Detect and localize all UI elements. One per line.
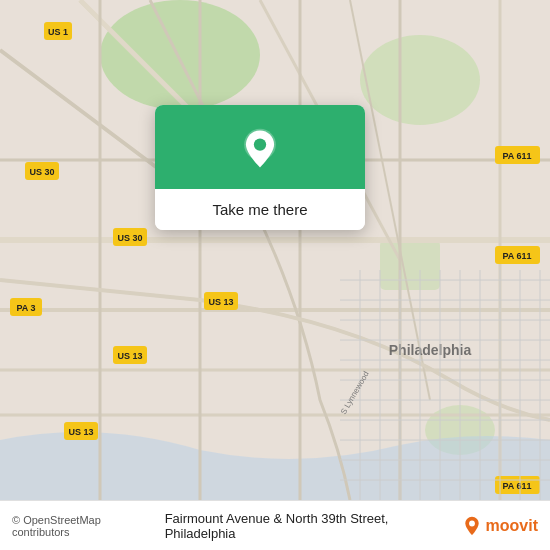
svg-text:US 30: US 30 — [29, 167, 54, 177]
svg-text:US 30: US 30 — [117, 233, 142, 243]
svg-point-2 — [360, 35, 480, 125]
popup-green-header — [155, 105, 365, 189]
svg-point-67 — [469, 520, 475, 526]
svg-text:US 1: US 1 — [48, 27, 68, 37]
moovit-brand-name: moovit — [486, 517, 538, 535]
svg-text:PA 611: PA 611 — [502, 251, 531, 261]
map-container[interactable]: US 1 I 76 US 13 US 30 US 30 PA 3 US 13 U… — [0, 0, 550, 500]
svg-text:PA 3: PA 3 — [16, 303, 35, 313]
moovit-pin-icon — [462, 516, 482, 536]
svg-point-66 — [254, 138, 266, 150]
svg-text:Philadelphia: Philadelphia — [389, 342, 472, 358]
moovit-logo: moovit — [462, 516, 538, 536]
svg-text:US 13: US 13 — [208, 297, 233, 307]
location-pin-icon — [238, 127, 282, 171]
bottom-bar: © OpenStreetMap contributors Fairmount A… — [0, 500, 550, 550]
popup-card: Take me there — [155, 105, 365, 230]
svg-point-1 — [100, 0, 260, 110]
svg-text:PA 611: PA 611 — [502, 481, 531, 491]
svg-text:PA 611: PA 611 — [502, 151, 531, 161]
location-text: Fairmount Avenue & North 39th Street, Ph… — [165, 511, 454, 541]
svg-text:US 13: US 13 — [68, 427, 93, 437]
svg-rect-3 — [380, 240, 440, 290]
copyright-text: © OpenStreetMap contributors — [12, 514, 157, 538]
svg-text:US 13: US 13 — [117, 351, 142, 361]
take-me-there-button[interactable]: Take me there — [155, 189, 365, 230]
